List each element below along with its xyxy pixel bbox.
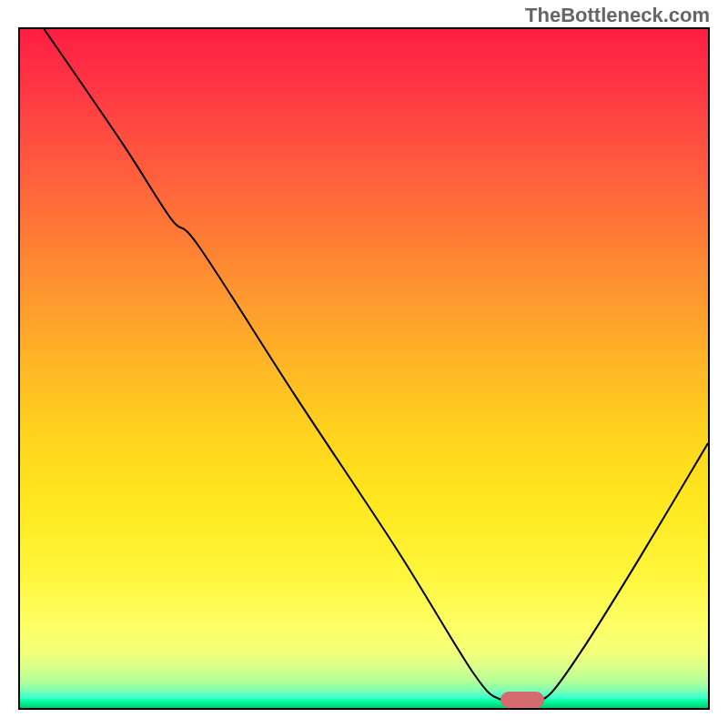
bottleneck-curve	[44, 29, 708, 702]
bottleneck-chart	[18, 27, 710, 710]
optimal-marker	[500, 692, 544, 708]
curve-svg	[20, 29, 708, 708]
attribution-label: TheBottleneck.com	[525, 4, 710, 27]
